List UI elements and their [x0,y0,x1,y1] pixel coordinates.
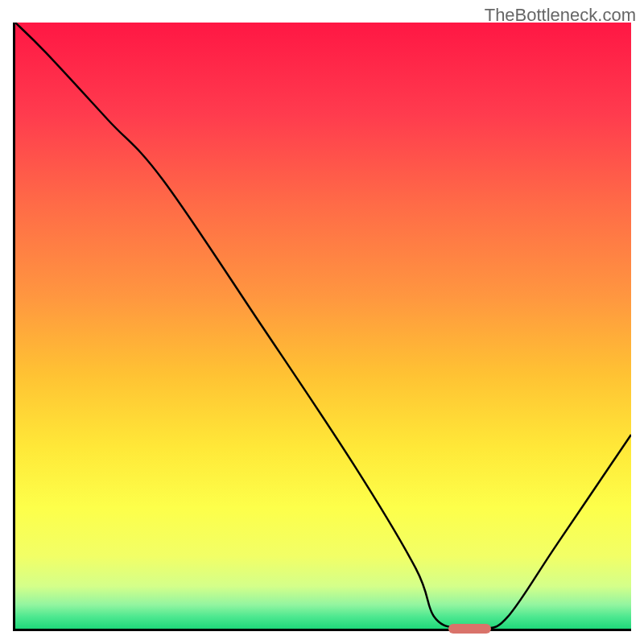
watermark-text: TheBottleneck.com [485,5,636,26]
chart-area [13,23,631,631]
optimal-marker [448,624,492,634]
bottleneck-curve [15,23,631,629]
